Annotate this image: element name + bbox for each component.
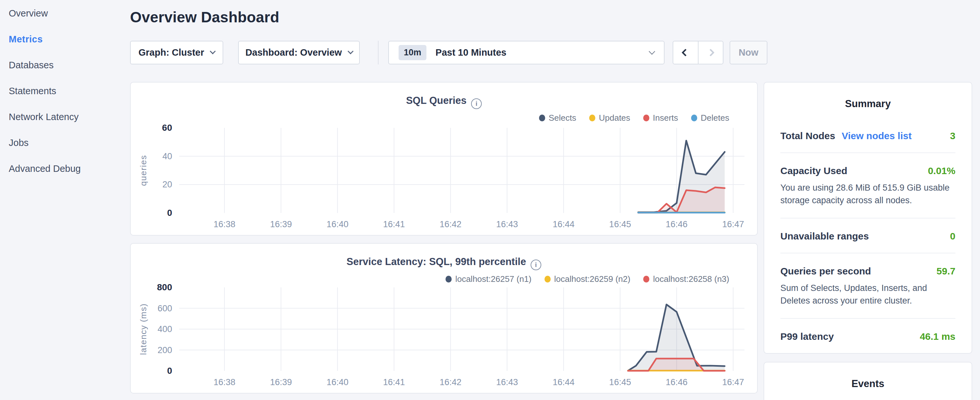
summary-row-p99-latency: P99 latency 46.1 ms — [780, 319, 955, 353]
graph-dropdown[interactable]: Graph: Cluster — [130, 41, 223, 64]
summary-label: Queries per second — [780, 266, 871, 277]
svg-text:0: 0 — [167, 208, 172, 218]
sidebar-item-metrics[interactable]: Metrics — [9, 33, 130, 45]
chevron-left-icon — [682, 49, 689, 56]
svg-text:16:47: 16:47 — [722, 377, 744, 387]
summary-label: Capacity Used — [780, 166, 847, 176]
svg-text:600: 600 — [158, 304, 172, 313]
legend-item: Deletes — [691, 113, 729, 123]
svg-text:16:40: 16:40 — [326, 377, 348, 387]
legend-dot-icon — [691, 115, 697, 121]
controls-divider — [378, 41, 379, 64]
legend-dot-icon — [539, 115, 545, 121]
svg-text:20: 20 — [162, 180, 172, 189]
charts-column: SQL Queriesi SelectsUpdatesInsertsDelete… — [130, 82, 758, 394]
summary-value: 59.7 — [937, 266, 955, 277]
legend-dot-icon — [544, 276, 550, 282]
service-latency-chart[interactable]: 16:3816:3916:4016:4116:4216:4316:4416:45… — [131, 282, 758, 394]
summary-label: Unavailable ranges — [780, 231, 869, 242]
sidebar-item-jobs[interactable]: Jobs — [9, 137, 130, 149]
controls-bar: Graph: Cluster Dashboard: Overview 10m P… — [130, 41, 980, 64]
legend-item: Updates — [589, 113, 630, 123]
svg-text:16:46: 16:46 — [666, 220, 688, 229]
svg-text:16:42: 16:42 — [440, 377, 462, 387]
time-step-button-group — [673, 41, 724, 64]
summary-row-capacity-used: Capacity Used 0.01% You are using 28.6 M… — [780, 153, 955, 218]
svg-text:16:43: 16:43 — [496, 220, 518, 229]
page-title: Overview Dashboard — [130, 8, 980, 26]
summary-description: Sum of Selects, Updates, Inserts, and De… — [780, 282, 955, 307]
svg-text:40: 40 — [162, 151, 172, 161]
events-panel: Events Schema Change Completed: Schema c… — [764, 362, 972, 400]
time-range-badge: 10m — [399, 45, 426, 60]
chart-title: Service Latency: SQL, 99th percentilei — [131, 256, 757, 270]
summary-description: You are using 28.6 MiB of 515.9 GiB usab… — [780, 182, 955, 207]
info-icon[interactable]: i — [471, 98, 482, 109]
svg-text:16:45: 16:45 — [609, 220, 631, 229]
summary-row-total-nodes: Total Nodes View nodes list 3 — [780, 118, 955, 153]
legend-label: Updates — [599, 113, 630, 123]
time-range-dropdown[interactable]: 10m Past 10 Minutes — [388, 41, 665, 64]
svg-text:16:39: 16:39 — [270, 377, 292, 387]
svg-text:60: 60 — [162, 123, 172, 133]
sidebar-item-statements[interactable]: Statements — [9, 85, 130, 97]
summary-value: 46.1 ms — [920, 331, 955, 342]
svg-text:16:44: 16:44 — [553, 220, 574, 229]
dashboard-dropdown-label: Dashboard: Overview — [245, 47, 342, 58]
chevron-down-icon — [649, 48, 655, 55]
summary-panel: Summary Total Nodes View nodes list 3 Ca… — [764, 82, 972, 354]
svg-text:16:40: 16:40 — [326, 220, 348, 229]
sidebar-item-databases[interactable]: Databases — [9, 59, 130, 71]
sidebar-item-overview[interactable]: Overview — [9, 7, 130, 19]
summary-row-queries-per-second: Queries per second 59.7 Sum of Selects, … — [780, 253, 955, 319]
time-forward-button[interactable] — [698, 41, 723, 64]
svg-text:queries: queries — [138, 155, 148, 186]
sql-queries-chart-card: SQL Queriesi SelectsUpdatesInsertsDelete… — [130, 82, 758, 236]
svg-text:16:47: 16:47 — [722, 220, 744, 229]
svg-text:800: 800 — [157, 282, 172, 292]
summary-value: 0.01% — [928, 166, 955, 176]
legend-dot-icon — [445, 276, 452, 282]
svg-text:0: 0 — [167, 366, 172, 376]
time-back-button[interactable] — [673, 41, 698, 64]
sidebar: Overview Metrics Databases Statements Ne… — [0, 0, 130, 400]
summary-value: 0 — [950, 231, 955, 242]
service-latency-chart-card: Service Latency: SQL, 99th percentilei l… — [130, 243, 758, 394]
svg-text:16:43: 16:43 — [496, 377, 518, 387]
svg-text:400: 400 — [158, 324, 172, 334]
info-icon[interactable]: i — [531, 260, 541, 270]
right-column: Summary Total Nodes View nodes list 3 Ca… — [764, 82, 972, 400]
now-button[interactable]: Now — [730, 41, 767, 64]
chevron-down-icon — [347, 48, 353, 54]
chart-title: SQL Queriesi — [131, 95, 757, 109]
main-content: Overview Dashboard Graph: Cluster Dashbo… — [130, 0, 980, 400]
svg-text:latency (ms): latency (ms) — [138, 303, 148, 355]
legend-item: Selects — [539, 113, 576, 123]
legend-item: Inserts — [643, 113, 678, 123]
svg-text:16:44: 16:44 — [553, 377, 574, 387]
legend-dot-icon — [589, 115, 595, 121]
dashboard-dropdown[interactable]: Dashboard: Overview — [238, 41, 360, 64]
chevron-right-icon — [706, 49, 714, 56]
sidebar-item-advanced-debug[interactable]: Advanced Debug — [9, 163, 130, 175]
sql-queries-chart[interactable]: 16:3816:3916:4016:4116:4216:4316:4416:45… — [131, 123, 758, 236]
svg-text:16:45: 16:45 — [609, 377, 631, 387]
service-latency-chart-title: Service Latency: SQL, 99th percentile — [347, 256, 526, 267]
events-title: Events — [780, 362, 955, 390]
legend-label: Selects — [549, 113, 576, 123]
legend-label: Deletes — [701, 113, 729, 123]
svg-text:200: 200 — [158, 345, 172, 355]
chart-legend: SelectsUpdatesInsertsDeletes — [539, 113, 729, 123]
summary-value: 3 — [950, 131, 955, 142]
svg-text:16:39: 16:39 — [270, 220, 292, 229]
svg-text:16:42: 16:42 — [440, 220, 462, 229]
chevron-down-icon — [210, 48, 215, 54]
graph-dropdown-label: Graph: Cluster — [138, 47, 204, 58]
sql-queries-chart-title: SQL Queries — [406, 95, 466, 106]
time-range-label: Past 10 Minutes — [436, 47, 506, 58]
svg-text:16:38: 16:38 — [213, 377, 235, 387]
summary-title: Summary — [780, 83, 955, 110]
summary-label: Total Nodes — [780, 131, 835, 142]
view-nodes-list-link[interactable]: View nodes list — [842, 131, 912, 142]
sidebar-item-network-latency[interactable]: Network Latency — [9, 111, 130, 123]
